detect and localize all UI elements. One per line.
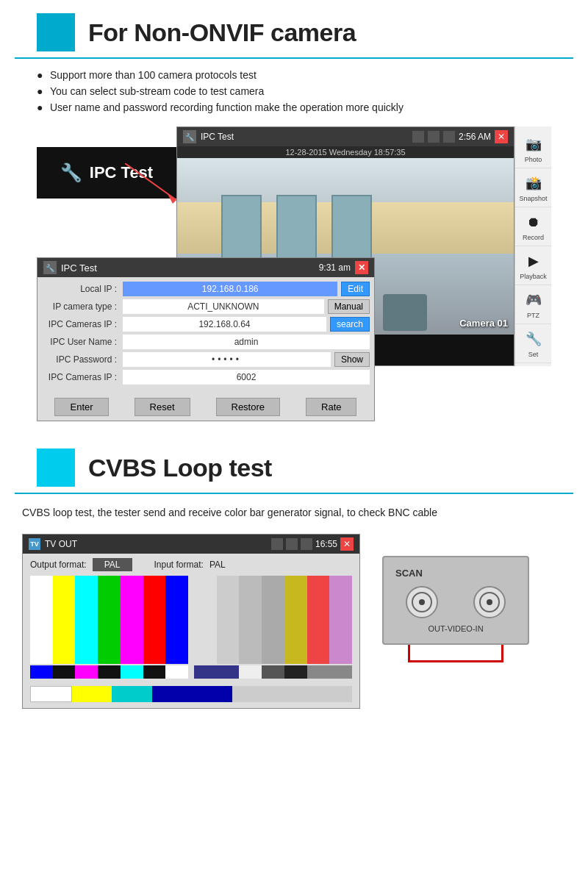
side-panel-record[interactable]: ⏺ Record (515, 207, 551, 246)
mini-cyan (112, 686, 152, 702)
scan-port-right-dot (487, 599, 492, 605)
r-bottom-bar1 (194, 665, 239, 679)
scan-label: SCAN (395, 568, 516, 579)
ipc-big-close[interactable]: ✕ (495, 130, 508, 143)
ipc-big-subtitle: 12-28-2015 Wednesday 18:57:35 (177, 146, 514, 158)
ipc-row-cam-type: IP camera type : ACTI_UNKNOWN Manual (42, 299, 370, 314)
rate-btn[interactable]: Rate (306, 398, 356, 416)
side-panel-ptz[interactable]: 🎮 PTZ (515, 285, 551, 324)
tvout-screens (23, 576, 359, 686)
ipc-big-time: 2:56 AM (459, 132, 491, 142)
feed-chair (383, 294, 427, 331)
r-bar-3 (239, 576, 262, 664)
side-panel-playback[interactable]: ▶ Playback (515, 246, 551, 285)
reset-btn[interactable]: Reset (135, 398, 190, 416)
tvout-window: TV TV OUT 16:55 ✕ Output format: PAL (22, 534, 360, 709)
ipc-side-panel: 📷 Photo 📸 Snapshot ⏺ Record ▶ Playback 🎮… (514, 126, 551, 366)
r-bar-6 (307, 576, 330, 664)
scan-out-label: OUT-VIDEO-IN (395, 624, 516, 633)
bottom-bar1 (30, 665, 53, 679)
status-icon3 (443, 131, 455, 143)
output-format-label: Output format: (30, 560, 87, 570)
port-value[interactable]: 6002 (123, 370, 370, 385)
pass-value[interactable]: ••••• (123, 352, 331, 367)
ipc-small-window: 🔧 IPC Test 9:31 am ✕ Local IP : 192.168.… (37, 257, 375, 421)
cam-type-label: IP camera type : (42, 301, 123, 312)
ipc-row-pass: IPC Password : ••••• Show (42, 352, 370, 367)
pass-label: IPC Password : (42, 354, 123, 365)
tvout-title-text: TV OUT (45, 539, 77, 549)
cam-ip-label: IPC Cameras IP : (42, 319, 123, 329)
scan-box: SCAN OUT-VIDEO-IN (382, 556, 529, 645)
local-ip-btn[interactable]: Edit (341, 282, 370, 296)
scan-ports (395, 586, 516, 618)
bottom-bar5 (121, 665, 143, 679)
ipc-small-title-text: IPC Test (61, 262, 97, 274)
input-format-label: Input format: (154, 560, 204, 570)
left-bottom-bars (30, 665, 188, 679)
cam-type-btn[interactable]: Manual (328, 299, 370, 314)
side-panel-photo[interactable]: 📷 Photo (515, 129, 551, 168)
section1-header: For Non-ONVIF camera (15, 0, 573, 59)
r-bottom-bar2 (239, 665, 262, 679)
snapshot-label: Snapshot (519, 195, 547, 202)
tvout-status-icon3 (301, 538, 312, 550)
local-ip-value[interactable]: 192.168.0.186 (123, 282, 337, 296)
ipc-action-buttons: Enter Reset Restore Rate (37, 392, 374, 421)
restore-btn[interactable]: Restore (216, 398, 281, 416)
side-panel-set[interactable]: 🔧 Set (515, 324, 551, 363)
section2-desc: CVBS loop test, the tester send and rece… (22, 504, 566, 521)
r-bottom-bar5 (307, 665, 352, 679)
output-format: Output format: PAL (30, 558, 132, 571)
section1-title: For Non-ONVIF camera (88, 18, 356, 47)
bar-blue (165, 576, 188, 664)
ipc-row-cam-ip: IPC Cameras IP : 192.168.0.64 search (42, 317, 370, 332)
camera-label: Camera 01 (459, 318, 508, 329)
cam-ip-btn[interactable]: search (330, 317, 370, 332)
playback-icon: ▶ (523, 251, 544, 271)
port-label: IPC Cameras IP : (42, 372, 123, 382)
scan-port-right (473, 586, 506, 618)
side-panel-snapshot[interactable]: 📸 Snapshot (515, 168, 551, 207)
cable-line (408, 645, 503, 662)
right-main-bars (194, 576, 352, 664)
set-icon: 🔧 (523, 329, 544, 349)
pass-btn[interactable]: Show (334, 352, 370, 367)
ipc-small-titlebar: 🔧 IPC Test 9:31 am ✕ (37, 258, 374, 277)
tvout-status-icon1 (271, 538, 283, 550)
ipc-row-port: IPC Cameras IP : 6002 (42, 370, 370, 385)
cam-type-value[interactable]: ACTI_UNKNOWN (123, 299, 324, 314)
tvout-time: 16:55 (315, 539, 337, 549)
scan-device: SCAN OUT-VIDEO-IN (382, 556, 529, 662)
scan-port-left (406, 586, 438, 618)
section1-icon (37, 13, 75, 51)
bottom-bar7 (165, 665, 188, 679)
ptz-icon: 🎮 (523, 290, 544, 310)
section2-header: CVBS Loop test (15, 435, 573, 494)
ipc-big-titlebar: 🔧 IPC Test 2:56 AM ✕ (177, 127, 514, 146)
ipc-row-local-ip: Local IP : 192.168.0.186 Edit (42, 282, 370, 296)
ipc-big-title-text: IPC Test (201, 132, 234, 142)
status-icon2 (428, 131, 440, 143)
enter-btn[interactable]: Enter (54, 398, 108, 416)
right-bottom-bars (194, 665, 352, 679)
left-color-screen (30, 576, 188, 679)
ipc-small-close[interactable]: ✕ (355, 261, 368, 274)
status-icon1 (412, 131, 424, 143)
bottom-bar4 (98, 665, 121, 679)
user-value[interactable]: admin (123, 335, 370, 349)
scan-cable-area (382, 645, 529, 662)
ipc-row-user: IPC User Name : admin (42, 335, 370, 349)
section2: CVBS Loop test CVBS loop test, the teste… (0, 435, 588, 709)
bar-red (143, 576, 166, 664)
tvout-close-btn[interactable]: ✕ (340, 537, 354, 551)
section2-icon (37, 448, 75, 487)
bar-green (98, 576, 121, 664)
bar-white (30, 576, 53, 664)
r-bar-5 (284, 576, 307, 664)
set-label: Set (528, 351, 539, 358)
cam-ip-value[interactable]: 192.168.0.64 (123, 317, 326, 332)
input-format: Input format: PAL (154, 560, 226, 570)
ipc-logo-icon: 🔧 (60, 162, 82, 183)
right-color-screen (194, 576, 352, 679)
